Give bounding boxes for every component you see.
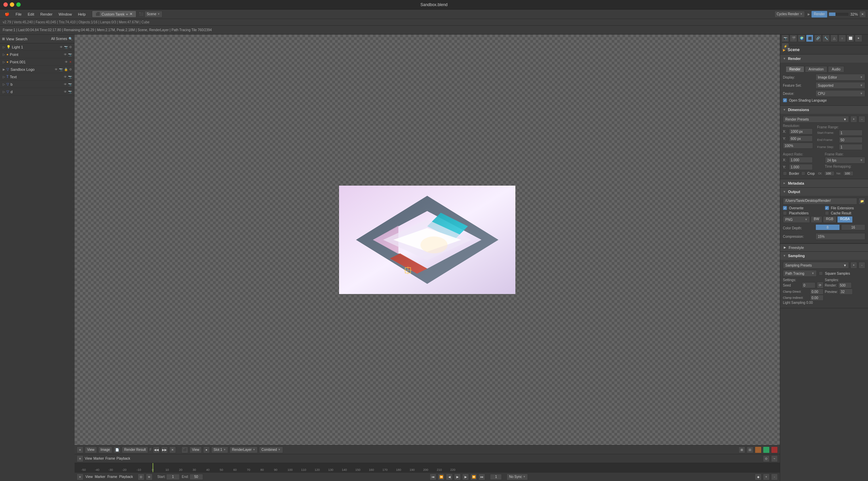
render-layer-dropdown[interactable]: RenderLayer ▼ [230,446,258,453]
file-ext-checkbox[interactable]: ✓ [825,206,829,210]
tc-menu[interactable]: ≡ [77,474,83,480]
metadata-header[interactable]: ▼ Metadata [780,179,868,187]
aspect-y-input[interactable]: 1.000 [789,164,813,170]
prev-frame[interactable]: ◀◀ [153,446,160,453]
border-checkbox[interactable] [783,171,787,175]
minimize-button[interactable] [10,2,14,7]
scene-dropdown[interactable]: Scene ▼ [144,11,162,18]
visibility-icon-5[interactable]: 👁 [64,75,67,79]
outliner-item-b[interactable]: ▷ ▽ b 👁 📷 [0,81,75,88]
sampling-presets-del[interactable]: - [859,262,865,269]
timeline-view[interactable]: View [85,457,92,460]
outliner-item-point001[interactable]: ▷ ● Point.001 👁 ✕ [0,58,75,66]
render-tab-audio[interactable]: Audio [828,66,844,72]
display-value[interactable]: Image Editor ▼ [815,74,865,81]
modifier-props-icon[interactable]: 🔧 [822,35,830,42]
rgb-btn[interactable]: RGB [823,216,836,223]
res-x-input[interactable]: 1000 px [789,128,813,134]
color-green[interactable] [763,446,770,453]
vp-menu-icon[interactable]: ≡ [77,446,83,453]
tc-view[interactable]: View [85,475,93,479]
render-props-icon[interactable]: 📷 [782,35,789,42]
square-samples-checkbox[interactable] [819,271,823,275]
render-samples-input[interactable]: 500 [838,282,852,288]
settings-icon-2[interactable]: ⚙ [69,68,72,71]
close-button[interactable] [3,2,8,7]
next-frame[interactable]: ▶▶ [161,446,168,453]
visibility-icon[interactable]: 👁 [60,45,63,49]
aspect-x-input[interactable]: 1.000 [789,157,813,163]
visibility-icon-3[interactable]: 👁 [65,60,68,64]
bw-btn[interactable]: BW [811,216,822,223]
depth-16-btn[interactable]: 16 [841,224,866,230]
tc-playback[interactable]: Playback [119,475,133,479]
overwrite-checkbox[interactable]: ✓ [783,206,787,210]
settings-icon[interactable]: ⚙ [69,45,72,49]
prop-scroll[interactable]: ▼ Render Render Animation Audio Display: [780,55,868,481]
render-tab-render[interactable]: Render [786,66,804,72]
search-icon[interactable]: 🔍 [68,37,73,41]
engine-dropdown[interactable]: Cycles Render ▼ [774,11,805,18]
grid-icon[interactable]: ⊟ [747,446,753,453]
outliner-view-label[interactable]: View [6,37,14,41]
current-frame-input[interactable]: 1 [490,474,502,480]
sampling-presets-add[interactable]: + [850,262,857,269]
outliner-item-light1[interactable]: ▷ 💡 Light 1 👁 📷 ⚙ [0,43,75,51]
res-y-input[interactable]: 600 px [789,135,813,142]
outliner-item-sandbox-logo[interactable]: ▶ ▽ Sandbox Logo 👁 📷 🔒 ⚙ [0,66,75,73]
timeline-ruler[interactable]: -50 -40 -30 -20 -10 0 10 20 30 40 50 60 … [75,463,780,472]
sampling-presets-dropdown[interactable]: Sampling Presets ▼ [783,262,849,269]
material-props-icon[interactable]: ○ [839,35,846,42]
world-props-icon[interactable]: 🌍 [798,35,805,42]
render-result-dropdown[interactable]: Render Result [122,446,148,453]
color-red[interactable] [771,446,778,453]
depth-8-btn[interactable]: 8 [815,224,840,230]
frame-step-val[interactable]: 1 [839,144,863,150]
image-dropdown[interactable]: Image [98,446,113,453]
end-frame-val[interactable]: 50 [839,137,863,143]
ne-value[interactable]: 100 [843,171,853,176]
constraint-props-icon[interactable]: 🔗 [814,35,822,42]
slot-dropdown[interactable]: Slot 1 ▼ [211,446,229,453]
timeline-playback[interactable]: Playback [117,457,131,460]
play-btn[interactable]: ✕ [169,446,176,453]
viewport-main[interactable] [75,35,780,445]
jump-start[interactable]: ⏮ [430,474,436,480]
render-presets-dropdown[interactable]: Render Presets ▼ [783,116,849,123]
dimensions-header[interactable]: ▼ Dimensions [780,106,868,114]
presets-del[interactable]: - [859,116,865,123]
jump-end[interactable]: ⏭ [478,474,485,480]
workspace-tab-custom[interactable]: ⬛ Custom Tarek + ✕ [92,11,136,18]
combined-dropdown[interactable]: Combined ▼ [259,446,283,453]
play-back[interactable]: ◀ [446,474,453,480]
color-orange[interactable] [755,446,762,453]
visibility-icon-4[interactable]: 👁 [55,68,58,71]
output-path-input[interactable]: /Users/Tarek/Desktop/Render/ [783,198,857,205]
compression-value[interactable]: 15% [815,233,865,240]
sampling-header[interactable]: ▼ Sampling [780,252,868,260]
timeline-menu[interactable]: ≡ [77,455,83,462]
sync-dropdown[interactable]: No Sync ▼ [507,474,528,480]
render-icon-2[interactable]: 📷 [68,53,72,56]
frame-rate-value[interactable]: 24 fps ▼ [825,157,866,164]
shading-checkbox[interactable]: ✓ [783,98,787,102]
tc-cycle[interactable]: ⊙ [138,474,144,480]
data-props-icon[interactable]: △ [830,35,838,42]
texture-props-icon[interactable]: ⬜ [847,35,854,42]
all-scenes-label[interactable]: All Scenes [51,37,67,41]
outliner-item-text[interactable]: ▷ T Text 👁 📷 [0,73,75,81]
render-tab-animation[interactable]: Animation [805,66,827,72]
image-type-icon[interactable]: 📄 [114,446,120,453]
zoom-icon[interactable]: ⊞ [738,446,745,453]
cam-icon[interactable]: 📷 [59,68,63,71]
menu-edit[interactable]: Edit [25,11,37,17]
render-icon[interactable]: 📷 [64,45,68,49]
ot-value[interactable]: 100 [824,171,834,176]
menu-window[interactable]: Window [56,11,75,17]
playback-wave[interactable]: ~ [771,455,778,462]
keyframe-add[interactable]: + [763,474,770,480]
menu-file[interactable]: File [13,11,24,17]
particle-props-icon[interactable]: ✦ [855,35,862,42]
render-icon-7[interactable]: 📷 [68,90,72,93]
path-tracing-dropdown[interactable]: Path Tracing ▼ [783,270,817,277]
